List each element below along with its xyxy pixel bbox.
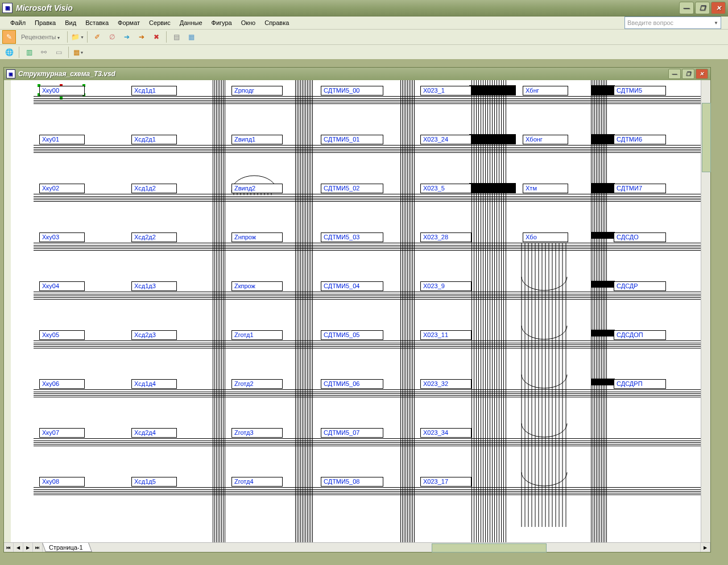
eraser-icon[interactable]: ∅ <box>105 30 119 44</box>
diagram-node[interactable]: Х023_11 <box>420 330 471 340</box>
diagram-node[interactable]: Х023_1 <box>420 86 471 95</box>
diagram-node[interactable]: Хсд1д2 <box>131 184 177 193</box>
menubar: Файл Правка Вид Вставка Формат Сервис Да… <box>0 16 728 30</box>
diagram-node[interactable]: Хсд2д1 <box>131 135 177 144</box>
diagram-node[interactable]: Хсд1д5 <box>131 477 177 487</box>
diagram-node[interactable]: Хтм <box>523 184 568 193</box>
diagram-node[interactable]: СДТМИ6 <box>614 135 666 144</box>
diagram-node[interactable]: Хку08 <box>39 477 85 487</box>
diagram-node[interactable]: СДСДР <box>614 281 666 291</box>
menu-insert[interactable]: Вставка <box>81 18 113 27</box>
diagram-node[interactable]: Х023_9 <box>420 281 471 291</box>
diagram-node[interactable]: Хку02 <box>39 184 85 193</box>
menu-edit[interactable]: Правка <box>30 18 60 27</box>
diagram-node[interactable]: Хку07 <box>39 428 85 438</box>
insert-picture-icon[interactable]: ▥ <box>22 45 36 59</box>
diagram-node[interactable]: СДТМИ5_02 <box>321 184 383 193</box>
doc-close-button[interactable]: ✕ <box>696 69 708 79</box>
diagram-node[interactable]: Zготд3 <box>231 428 283 438</box>
scrollbar-thumb[interactable] <box>702 103 711 172</box>
diagram-node[interactable]: СДТМИ5_04 <box>321 281 383 291</box>
diagram-node[interactable]: Х023_34 <box>420 428 471 438</box>
page-tab[interactable]: Страница-1 <box>42 543 92 552</box>
doc-minimize-button[interactable]: — <box>668 69 681 79</box>
diagram-node[interactable]: Zвипд2 <box>231 184 283 193</box>
drawing-canvas[interactable]: Хку00Хку01Хку02Хку03Хку04Хку05Хку06Хку07… <box>11 80 701 543</box>
diagram-node[interactable]: Хсд1д1 <box>131 86 177 95</box>
reviewing-pane-icon[interactable]: ▦ <box>184 30 198 44</box>
next-page-button[interactable]: ▶ <box>23 543 33 552</box>
diagram-node[interactable]: СДСДО <box>614 232 666 242</box>
last-page-button[interactable]: ⏭ <box>33 543 43 552</box>
close-button[interactable]: ✕ <box>711 2 726 14</box>
diagram-node[interactable]: Хсд2д2 <box>131 232 177 242</box>
hyperlink-icon[interactable]: 🌐 <box>2 45 16 59</box>
diagram-node[interactable]: Zготд4 <box>231 477 283 487</box>
diagram-node[interactable]: Хку03 <box>39 232 85 242</box>
diagram-node[interactable]: Хбонг <box>523 135 568 144</box>
diagram-node[interactable]: Zкпрож <box>231 281 283 291</box>
scrollbar-thumb[interactable] <box>432 543 547 552</box>
help-search[interactable]: Введите вопрос ▼ <box>624 16 721 29</box>
insert-control-icon[interactable]: ▦▼ <box>72 45 85 59</box>
insert-object-icon[interactable]: ▭ <box>52 45 65 59</box>
diagram-node[interactable]: Хбнг <box>523 86 568 95</box>
diagram-node[interactable]: Zнпрож <box>231 232 283 242</box>
diagram-node[interactable]: Хсд1д4 <box>131 379 177 389</box>
diagram-node[interactable]: СДТМИ5_01 <box>321 135 383 144</box>
diagram-node[interactable]: Х023_24 <box>420 135 471 144</box>
insert-link-icon[interactable]: ⚯ <box>37 45 51 59</box>
vertical-scrollbar[interactable] <box>701 80 710 543</box>
folder-icon[interactable]: 📁▼ <box>71 30 84 44</box>
menu-format[interactable]: Формат <box>113 18 144 27</box>
minimize-button[interactable]: — <box>679 2 694 14</box>
first-page-button[interactable]: ⏮ <box>4 543 14 552</box>
diagram-node[interactable]: Хсд2д4 <box>131 428 177 438</box>
prev-icon[interactable]: ➔ <box>135 30 148 44</box>
diagram-node[interactable]: Zготд2 <box>231 379 283 389</box>
diagram-node[interactable]: СДТМИ5_08 <box>321 477 383 487</box>
menu-window[interactable]: Окно <box>237 18 260 27</box>
diagram-node[interactable]: Хсд2д3 <box>131 330 177 340</box>
diagram-node[interactable]: СДТМИ7 <box>614 184 666 193</box>
menu-data[interactable]: Данные <box>175 18 207 27</box>
markup-pane-icon[interactable]: ▤ <box>169 30 183 44</box>
menu-view[interactable]: Вид <box>60 18 81 27</box>
diagram-node[interactable]: Х023_5 <box>420 184 471 193</box>
diagram-node[interactable]: Хбо <box>523 232 568 242</box>
menu-file[interactable]: Файл <box>6 18 30 27</box>
diagram-node[interactable]: Zготд1 <box>231 330 283 340</box>
diagram-node[interactable]: СДТМИ5_06 <box>321 379 383 389</box>
diagram-node[interactable]: СДТМИ5_05 <box>321 330 383 340</box>
diagram-node[interactable]: Хсд1д3 <box>131 281 177 291</box>
diagram-node[interactable]: СДТМИ5_07 <box>321 428 383 438</box>
diagram-node[interactable]: Х023_17 <box>420 477 471 487</box>
diagram-node[interactable]: Хку00 <box>39 86 85 95</box>
diagram-node[interactable]: Х023_28 <box>420 232 471 242</box>
diagram-node[interactable]: СДТМИ5_03 <box>321 232 383 242</box>
reviewers-dropdown[interactable]: Рецензенты▼ <box>17 32 64 42</box>
doc-maximize-button[interactable]: ❐ <box>682 69 694 79</box>
menu-shape[interactable]: Фигура <box>207 18 237 27</box>
maximize-button[interactable]: ❐ <box>695 2 710 14</box>
diagram-node[interactable]: Х023_32 <box>420 379 471 389</box>
next-icon[interactable]: ➔ <box>120 30 134 44</box>
diagram-node[interactable]: Zвипд1 <box>231 135 283 144</box>
diagram-node[interactable]: СДСДОП <box>614 330 666 340</box>
highlight-icon[interactable]: ✐ <box>90 30 104 44</box>
diagram-node[interactable]: Хку04 <box>39 281 85 291</box>
diagram-node[interactable]: Хку06 <box>39 379 85 389</box>
delete-markup-icon[interactable]: ✖ <box>150 30 163 44</box>
diagram-node[interactable]: СДТМИ5_00 <box>321 86 383 95</box>
menu-help[interactable]: Справка <box>260 18 293 27</box>
prev-page-button[interactable]: ◀ <box>14 543 23 552</box>
menu-tools[interactable]: Сервис <box>144 18 175 27</box>
diagram-node[interactable]: Хку05 <box>39 330 85 340</box>
new-comment-icon[interactable]: ✎ <box>2 30 16 44</box>
diagram-node[interactable]: СДТМИ5 <box>614 86 666 95</box>
diagram-node[interactable]: Хку01 <box>39 135 85 144</box>
scroll-right-button[interactable]: ▶ <box>700 543 710 552</box>
diagram-node[interactable]: Zрподг <box>231 86 283 95</box>
diagram-node[interactable]: СДСДРП <box>614 379 666 389</box>
horizontal-scrollbar[interactable] <box>329 543 689 552</box>
